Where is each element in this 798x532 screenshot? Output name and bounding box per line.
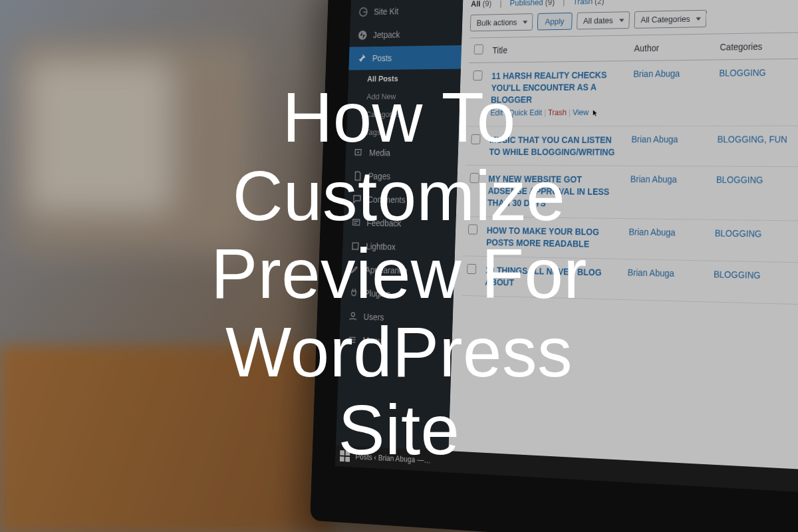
featured-image-card: Site Kit Jetpack Posts All Posts Add New… <box>0 0 798 532</box>
overlay-title: How To Customize Preview For WordPress S… <box>211 78 587 469</box>
